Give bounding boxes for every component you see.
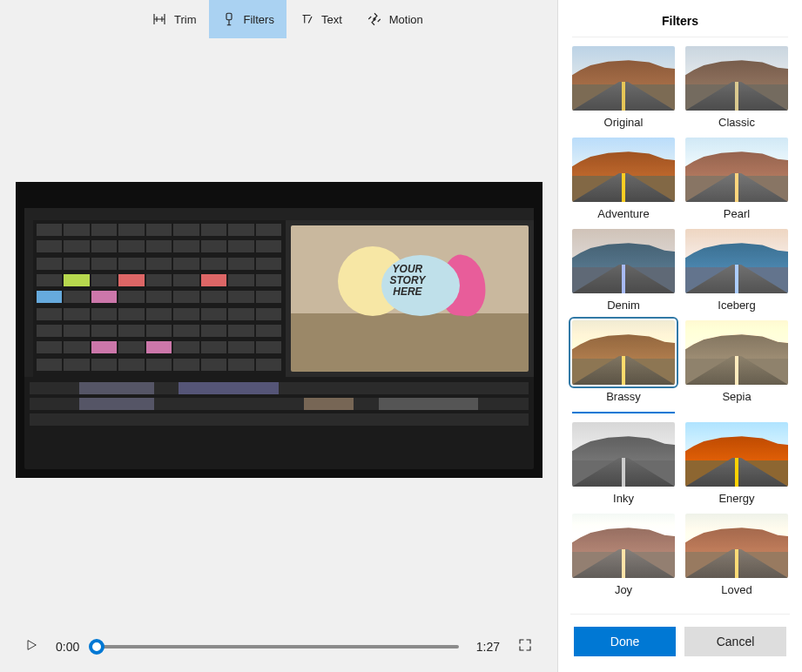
tool-motion-label: Motion: [389, 13, 423, 26]
tool-text[interactable]: Text: [286, 0, 354, 38]
filter-thumbnail: [685, 229, 788, 293]
duration: 1:27: [476, 640, 500, 654]
filter-label: Adventure: [572, 207, 675, 220]
filter-option-energy[interactable]: Energy: [685, 422, 788, 505]
filter-option-classic[interactable]: Classic: [685, 46, 788, 129]
text-icon: [299, 11, 314, 27]
tool-filters-label: Filters: [244, 13, 274, 26]
play-button[interactable]: [24, 638, 38, 655]
filter-option-adventure[interactable]: Adventure: [572, 138, 675, 220]
filter-option-inky[interactable]: Inky: [572, 422, 675, 505]
filter-thumbnail: [572, 138, 675, 202]
tool-motion[interactable]: Motion: [354, 0, 435, 38]
filter-option-brassy[interactable]: Brassy: [572, 320, 675, 413]
filter-thumbnail: [572, 422, 675, 487]
filter-thumbnail: [572, 514, 675, 578]
filter-label: Iceberg: [685, 299, 788, 312]
editor-toolbar: Trim Filters Text Motion: [0, 0, 557, 38]
video-preview[interactable]: YOUR STORY HERE: [16, 182, 543, 478]
filter-option-pearl[interactable]: Pearl: [685, 138, 788, 220]
filters-icon: [221, 11, 237, 27]
done-button[interactable]: Done: [574, 627, 676, 656]
filter-option-sepia[interactable]: Sepia: [685, 320, 788, 413]
svg-point-1: [374, 18, 375, 20]
filters-panel: Filters OriginalClassicAdventurePearlDen…: [557, 0, 802, 672]
svg-rect-0: [226, 13, 232, 20]
seek-slider[interactable]: [97, 645, 459, 648]
filter-option-iceberg[interactable]: Iceberg: [685, 229, 788, 312]
filter-option-joy[interactable]: Joy: [572, 514, 675, 596]
filter-label: Sepia: [685, 390, 788, 403]
filter-label: Classic: [685, 116, 788, 129]
filter-thumbnail: [572, 46, 675, 111]
filter-label: Inky: [572, 492, 675, 505]
filter-label: Pearl: [685, 207, 788, 220]
motion-icon: [367, 11, 382, 27]
filter-option-original[interactable]: Original: [572, 46, 675, 129]
filters-scroll[interactable]: OriginalClassicAdventurePearlDenimIceber…: [567, 46, 793, 608]
panel-title: Filters: [572, 10, 788, 37]
seek-thumb[interactable]: [89, 639, 104, 655]
current-time: 0:00: [56, 640, 79, 654]
playback-controls: 0:00 1:27: [0, 622, 557, 672]
fullscreen-button[interactable]: [517, 637, 533, 656]
trim-icon: [152, 11, 167, 27]
filter-thumbnail: [572, 320, 675, 385]
filter-option-loved[interactable]: Loved: [685, 514, 788, 596]
filter-thumbnail: [572, 229, 675, 293]
filter-label: Brassy: [572, 390, 675, 408]
filter-label: Denim: [572, 299, 675, 312]
filter-label: Loved: [685, 583, 788, 596]
tool-trim-label: Trim: [174, 13, 197, 26]
filter-option-denim[interactable]: Denim: [572, 229, 675, 312]
filter-thumbnail: [685, 422, 788, 487]
tool-text-label: Text: [321, 13, 342, 26]
tool-trim[interactable]: Trim: [139, 0, 209, 38]
play-icon: [24, 638, 38, 652]
filter-label: Original: [572, 116, 675, 129]
filter-label: Joy: [572, 583, 675, 596]
tool-filters[interactable]: Filters: [209, 0, 286, 38]
preview-content: YOUR STORY HERE: [24, 208, 534, 469]
filter-thumbnail: [685, 46, 788, 111]
expand-icon: [517, 637, 533, 653]
filter-thumbnail: [685, 138, 788, 202]
filter-thumbnail: [685, 514, 788, 578]
preview-overlay-text: YOUR STORY HERE: [390, 264, 426, 299]
cancel-button[interactable]: Cancel: [684, 627, 786, 656]
filter-label: Energy: [685, 492, 788, 505]
filter-thumbnail: [685, 320, 788, 385]
